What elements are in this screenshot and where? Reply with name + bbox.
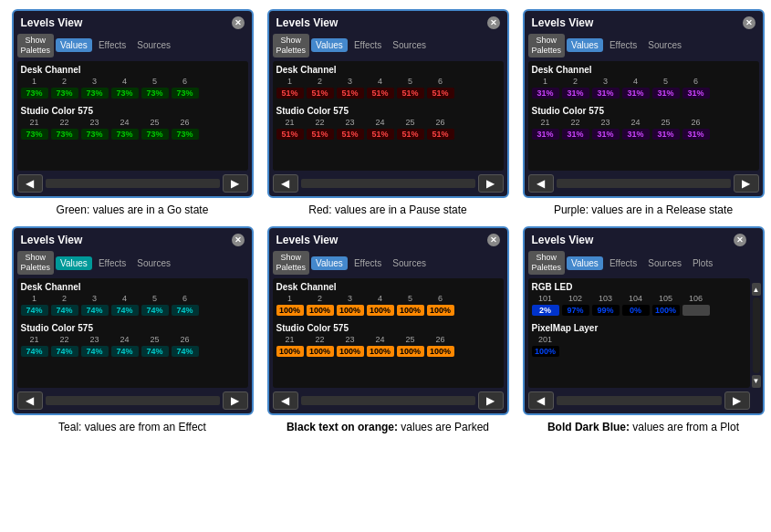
levels-title-teal: Levels View	[21, 234, 83, 246]
channel-value: 74%	[51, 346, 78, 357]
section-label-purple-0: Desk Channel	[532, 65, 755, 75]
channel-value: 31%	[592, 129, 620, 140]
tab-sources-red[interactable]: Sources	[388, 38, 431, 52]
nav-left-orange[interactable]: ◀	[273, 391, 298, 410]
tab-plots-plot[interactable]: Plots	[688, 256, 717, 270]
nav-right-purple[interactable]: ▶	[734, 174, 759, 193]
channel-value: 74%	[111, 346, 139, 357]
nav-scroll-green[interactable]	[46, 179, 220, 188]
nav-scroll-orange[interactable]	[301, 396, 475, 405]
channel-value: 73%	[111, 129, 139, 140]
tab-values-plot[interactable]: Values	[567, 256, 603, 270]
caption-teal: Teal: values are from an Effect	[58, 420, 206, 435]
tab-effects-green[interactable]: Effects	[94, 38, 130, 52]
tab-show-palettes-purple[interactable]: Show Palettes	[528, 34, 566, 57]
tab-sources-green[interactable]: Sources	[132, 38, 175, 52]
channel-value: 51%	[276, 88, 304, 99]
tab-effects-purple[interactable]: Effects	[605, 38, 641, 52]
channel-number: 26	[682, 118, 710, 127]
channel-value: 51%	[337, 129, 364, 140]
tab-values-green[interactable]: Values	[56, 38, 92, 52]
channel-value: 100%	[367, 305, 394, 316]
channel-value: 31%	[562, 88, 589, 99]
tab-sources-plot[interactable]: Sources	[643, 256, 686, 270]
channel-number: 25	[652, 118, 680, 127]
channel-value: 97%	[562, 305, 589, 316]
tab-values-red[interactable]: Values	[311, 38, 348, 52]
levels-header-green: Levels View✕	[17, 15, 248, 31]
nav-right-orange[interactable]: ▶	[478, 391, 504, 410]
nav-right-teal[interactable]: ▶	[223, 391, 248, 410]
channel-value: 100%	[276, 305, 304, 316]
channel-value: 31%	[652, 129, 680, 140]
channel-number: 6	[682, 77, 710, 86]
section-label-rgb-led: RGB LED	[532, 282, 746, 292]
channel-value: 51%	[337, 88, 364, 99]
nav-scroll-plot[interactable]	[557, 396, 722, 405]
nav-right-red[interactable]: ▶	[478, 174, 504, 193]
tabs-orange: Show PalettesValuesEffectsSources	[273, 251, 504, 275]
tab-sources-orange[interactable]: Sources	[388, 256, 431, 270]
nav-left-green[interactable]: ◀	[17, 174, 43, 193]
tab-effects-orange[interactable]: Effects	[349, 256, 386, 270]
tab-sources-teal[interactable]: Sources	[132, 256, 175, 270]
tab-values-purple[interactable]: Values	[567, 38, 603, 52]
channel-number: 4	[111, 77, 139, 86]
tab-show-palettes-orange[interactable]: Show Palettes	[273, 251, 310, 275]
channel-numbers-rgb: 101102103104105106	[532, 294, 746, 303]
panel-group-plot: Levels View✕Show PalettesValuesEffectsSo…	[520, 226, 766, 434]
channel-values-orange-1: 100%100%100%100%100%100%	[276, 346, 500, 357]
channel-values-pixelmap: 100%	[532, 346, 746, 357]
nav-left-red[interactable]: ◀	[273, 174, 298, 193]
channel-value: 74%	[21, 305, 48, 316]
nav-scroll-purple[interactable]	[557, 179, 731, 188]
close-button-plot[interactable]: ✕	[734, 234, 746, 246]
nav-right-plot[interactable]: ▶	[724, 391, 750, 410]
levels-header-orange: Levels View✕	[273, 232, 504, 248]
tab-show-palettes-green[interactable]: Show Palettes	[17, 34, 55, 57]
close-button-purple[interactable]: ✕	[743, 16, 755, 29]
nav-scroll-teal[interactable]	[46, 396, 220, 405]
scroll-down-button[interactable]: ▼	[752, 375, 761, 388]
channel-number: 3	[337, 77, 364, 86]
channel-number: 24	[367, 118, 394, 127]
nav-footer-orange: ◀▶	[273, 391, 504, 410]
channel-values-rgb: 2%97%99%0%100%	[532, 305, 746, 316]
tab-effects-red[interactable]: Effects	[349, 38, 386, 52]
channel-value: 0%	[622, 305, 650, 316]
nav-left-plot[interactable]: ◀	[528, 391, 554, 410]
tab-show-palettes-red[interactable]: Show Palettes	[273, 34, 310, 57]
tab-effects-plot[interactable]: Effects	[605, 256, 641, 270]
tab-sources-purple[interactable]: Sources	[643, 38, 686, 52]
section-label-teal-1: Studio Color 575	[21, 323, 245, 333]
tab-effects-teal[interactable]: Effects	[94, 256, 130, 270]
channel-value: 31%	[562, 129, 589, 140]
channel-value: 100%	[307, 346, 334, 357]
tabs-purple: Show PalettesValuesEffectsSources	[528, 34, 759, 57]
nav-left-teal[interactable]: ◀	[17, 391, 43, 410]
nav-left-purple[interactable]: ◀	[528, 174, 554, 193]
channel-value: 73%	[51, 129, 78, 140]
tab-show-palettes-teal[interactable]: Show Palettes	[17, 251, 55, 275]
tab-values-orange[interactable]: Values	[311, 256, 348, 270]
channel-values-purple-1: 31%31%31%31%31%31%	[532, 129, 755, 140]
channel-number: 3	[592, 77, 620, 86]
channel-number: 4	[622, 77, 650, 86]
channel-value: 100%	[337, 305, 364, 316]
close-button-teal[interactable]: ✕	[232, 234, 245, 246]
nav-right-green[interactable]: ▶	[223, 174, 248, 193]
close-button-red[interactable]: ✕	[487, 16, 500, 29]
channel-value: 31%	[622, 129, 650, 140]
channel-number: 201	[532, 335, 559, 344]
channel-numbers-orange-0: 123456	[276, 294, 500, 303]
levels-header-teal: Levels View✕	[17, 232, 248, 248]
close-button-green[interactable]: ✕	[232, 16, 245, 29]
levels-body-green: Desk Channel12345673%73%73%73%73%73%Stud…	[17, 61, 248, 171]
tab-show-palettes-plot[interactable]: Show Palettes	[528, 251, 566, 275]
levels-view-orange: Levels View✕Show PalettesValuesEffectsSo…	[267, 226, 509, 415]
nav-scroll-red[interactable]	[301, 179, 475, 188]
scroll-up-button[interactable]: ▲	[752, 283, 761, 296]
channel-value: 73%	[21, 88, 48, 99]
close-button-orange[interactable]: ✕	[487, 234, 500, 246]
tab-values-teal[interactable]: Values	[56, 256, 92, 270]
